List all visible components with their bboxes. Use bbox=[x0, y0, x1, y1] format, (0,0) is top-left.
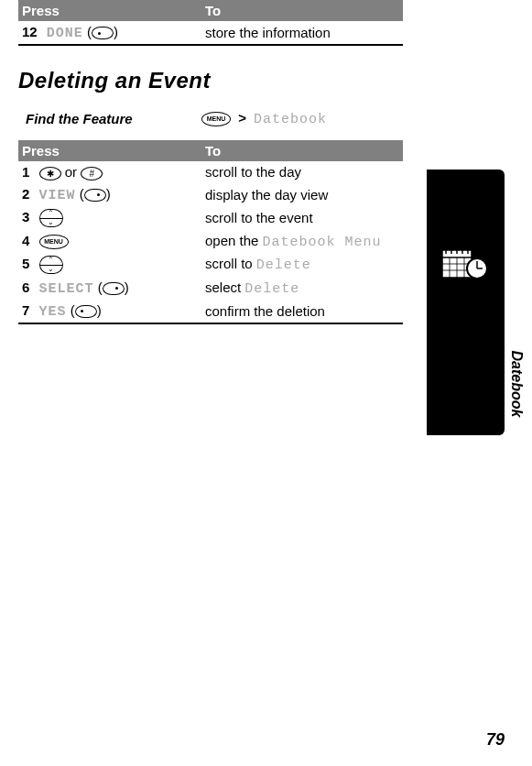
step-number: 6 bbox=[22, 279, 29, 295]
step-number: 2 bbox=[22, 186, 29, 202]
top-table: Press To 12 DONE () store the informatio… bbox=[18, 0, 403, 46]
section-heading: Deleting an Event bbox=[18, 68, 403, 93]
desc-prefix: select bbox=[205, 279, 244, 295]
step-number: 3 bbox=[22, 209, 29, 224]
find-feature-target: Datebook bbox=[254, 112, 327, 127]
paren-close: ) bbox=[125, 279, 129, 295]
table-row: 2 VIEW () display the day view bbox=[18, 183, 403, 206]
top-table-header: Press To bbox=[18, 0, 403, 21]
step-number: 4 bbox=[22, 233, 29, 248]
hash-key-icon: # bbox=[81, 167, 103, 181]
row-description: scroll to Delete bbox=[201, 253, 403, 277]
row-description: scroll to the event bbox=[201, 206, 403, 230]
menu-key-icon: MENU bbox=[201, 112, 231, 126]
step-number: 5 bbox=[22, 256, 29, 271]
left-softkey-icon bbox=[75, 305, 97, 318]
paren-close: ) bbox=[97, 302, 102, 318]
datebook-icon bbox=[440, 243, 490, 285]
step-number: 7 bbox=[22, 302, 29, 318]
desc-mono: Delete bbox=[256, 257, 311, 273]
table-row: 3 ⌃ ⌄ scroll to the event bbox=[18, 206, 403, 230]
scroll-key-icon: ⌃ ⌄ bbox=[39, 256, 63, 274]
scroll-key-icon: ⌃ ⌄ bbox=[39, 209, 63, 227]
action-select: SELECT bbox=[39, 281, 94, 297]
step-number: 12 bbox=[22, 24, 38, 39]
paren-open: ( bbox=[98, 279, 103, 295]
side-tab: Datebook bbox=[427, 170, 505, 435]
right-softkey-icon bbox=[103, 282, 125, 295]
side-tab-label: Datebook bbox=[508, 351, 525, 418]
table-row: 4 MENU open the Datebook Menu bbox=[18, 230, 403, 253]
or-word: or bbox=[65, 164, 77, 180]
find-feature-path: MENU > Datebook bbox=[201, 110, 327, 127]
main-table: Press To 1 ✱ or # scroll to the day 2 VI… bbox=[18, 140, 403, 324]
menu-key-icon: MENU bbox=[39, 235, 69, 249]
top-row-description: store the information bbox=[201, 21, 403, 45]
page-number: 79 bbox=[486, 730, 505, 750]
main-header-to: To bbox=[201, 140, 403, 161]
left-softkey-icon bbox=[92, 27, 114, 39]
row-description: confirm the deletion bbox=[201, 300, 403, 323]
find-feature-row: Find the Feature MENU > Datebook bbox=[18, 110, 403, 127]
desc-prefix: scroll to bbox=[205, 256, 256, 271]
paren-close: ) bbox=[106, 186, 111, 202]
paren-open: ( bbox=[80, 186, 84, 202]
right-softkey-icon bbox=[84, 189, 106, 202]
gt-symbol: > bbox=[238, 110, 246, 126]
svg-rect-15 bbox=[474, 255, 480, 257]
star-key-icon: ✱ bbox=[39, 167, 61, 181]
find-feature-label: Find the Feature bbox=[18, 111, 201, 126]
desc-prefix: open the bbox=[205, 233, 263, 248]
row-description: select Delete bbox=[201, 277, 403, 300]
row-description: scroll to the day bbox=[201, 161, 403, 183]
main-table-header: Press To bbox=[18, 140, 403, 161]
top-header-press: Press bbox=[18, 0, 201, 21]
table-row: 5 ⌃ ⌄ scroll to Delete bbox=[18, 253, 403, 277]
table-row: 6 SELECT () select Delete bbox=[18, 277, 403, 300]
action-yes: YES bbox=[39, 304, 67, 320]
paren-open: ( bbox=[71, 302, 75, 318]
row-description: open the Datebook Menu bbox=[201, 230, 403, 253]
desc-mono: Datebook Menu bbox=[263, 235, 382, 250]
svg-line-18 bbox=[483, 279, 486, 283]
top-table-row: 12 DONE () store the information bbox=[18, 21, 403, 45]
step-number: 1 bbox=[22, 164, 29, 180]
action-view: VIEW bbox=[39, 188, 76, 203]
main-header-press: Press bbox=[18, 140, 201, 161]
top-header-to: To bbox=[201, 0, 403, 21]
svg-line-17 bbox=[468, 279, 472, 283]
desc-mono: Delete bbox=[244, 281, 299, 297]
table-row: 1 ✱ or # scroll to the day bbox=[18, 161, 403, 183]
action-done: DONE bbox=[47, 26, 83, 41]
table-row: 7 YES () confirm the deletion bbox=[18, 300, 403, 323]
row-description: display the day view bbox=[201, 183, 403, 206]
paren-close: ) bbox=[114, 24, 118, 39]
